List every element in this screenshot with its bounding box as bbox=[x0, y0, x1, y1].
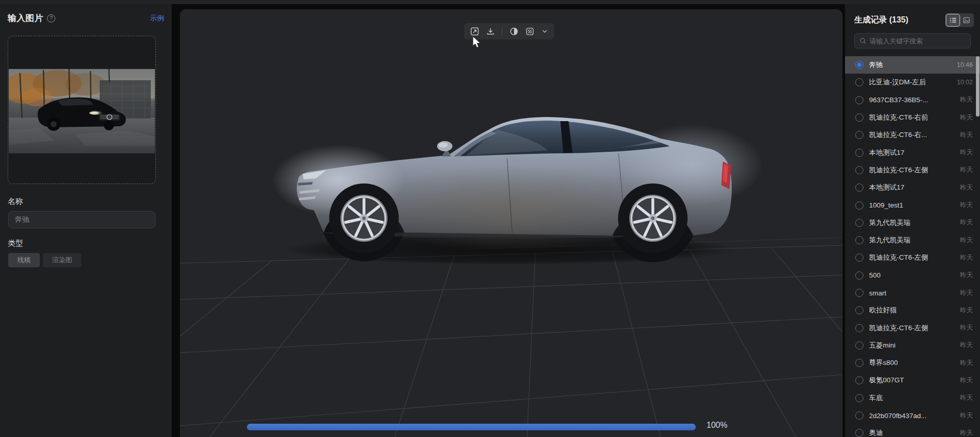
radio-selected[interactable] bbox=[855, 61, 863, 69]
record-row[interactable]: 五菱mini昨天 bbox=[845, 337, 980, 354]
view-toggle bbox=[945, 13, 974, 27]
image-upload-dropzone[interactable] bbox=[8, 36, 156, 184]
record-time: 昨天 bbox=[956, 218, 973, 227]
record-time: 昨天 bbox=[956, 236, 973, 245]
radio-unselected[interactable] bbox=[855, 183, 863, 192]
radio-unselected[interactable] bbox=[855, 289, 863, 297]
radio-unselected[interactable] bbox=[855, 341, 863, 350]
record-name: 1009_test1 bbox=[869, 201, 903, 209]
record-name: 比亚迪-汉DM-左后 bbox=[869, 78, 926, 87]
radio-unselected[interactable] bbox=[855, 96, 863, 104]
radio-unselected[interactable] bbox=[855, 78, 863, 86]
record-row[interactable]: 凯迪拉克-CT6-左侧昨天 bbox=[845, 162, 980, 179]
record-row[interactable]: 500昨天 bbox=[845, 267, 980, 284]
record-row[interactable]: 2d2b070fb437ad...昨天 bbox=[845, 407, 980, 424]
input-image-preview bbox=[9, 69, 155, 153]
download-icon[interactable] bbox=[486, 27, 495, 36]
rear-wheel bbox=[618, 183, 688, 253]
radio-unselected[interactable] bbox=[855, 376, 863, 384]
record-time: 10:02 bbox=[953, 79, 973, 86]
type-option-sketch[interactable]: 线稿 bbox=[8, 253, 40, 267]
record-time: 昨天 bbox=[956, 271, 973, 280]
radio-unselected[interactable] bbox=[855, 271, 863, 280]
record-time: 昨天 bbox=[956, 96, 973, 104]
search-icon bbox=[859, 37, 867, 44]
radio-unselected[interactable] bbox=[855, 236, 863, 244]
car-3d-model-scene bbox=[180, 9, 842, 437]
contrast-icon[interactable] bbox=[510, 27, 518, 36]
record-name: 尊界s800 bbox=[869, 358, 898, 367]
name-input[interactable] bbox=[8, 211, 155, 228]
radio-unselected[interactable] bbox=[855, 113, 863, 122]
record-row[interactable]: 第九代凯美瑞昨天 bbox=[845, 214, 980, 232]
record-row[interactable]: 奔驰10:46 bbox=[845, 56, 980, 74]
radio-unselected[interactable] bbox=[855, 219, 863, 227]
help-icon[interactable]: ? bbox=[47, 14, 55, 22]
radio-unselected[interactable] bbox=[855, 131, 863, 139]
radio-unselected[interactable] bbox=[855, 359, 863, 367]
radio-unselected[interactable] bbox=[855, 411, 863, 420]
record-row[interactable]: 欧拉好猫昨天 bbox=[845, 302, 980, 319]
record-row[interactable]: 极氪007GT昨天 bbox=[845, 372, 980, 389]
record-time: 昨天 bbox=[956, 324, 973, 332]
record-row[interactable]: 奥迪昨天 bbox=[845, 424, 980, 437]
record-name: 第九代凯美瑞 bbox=[869, 218, 910, 227]
record-name: 2d2b070fb437ad... bbox=[869, 412, 927, 420]
material-icon[interactable] bbox=[526, 27, 534, 36]
car-model bbox=[272, 117, 763, 262]
record-name: 奔驰 bbox=[869, 60, 883, 70]
record-time: 昨天 bbox=[956, 394, 973, 402]
record-row[interactable]: 凯迪拉克-CT6-右...昨天 bbox=[845, 126, 980, 144]
type-options: 线稿 渲染图 bbox=[8, 253, 81, 267]
list-view-icon[interactable] bbox=[946, 14, 960, 26]
radio-unselected[interactable] bbox=[855, 166, 863, 174]
search-input[interactable] bbox=[870, 37, 962, 45]
radio-unselected[interactable] bbox=[855, 254, 863, 262]
record-row[interactable]: smart昨天 bbox=[845, 284, 980, 302]
radio-unselected[interactable] bbox=[855, 149, 863, 157]
radio-unselected[interactable] bbox=[855, 394, 863, 402]
record-search-box[interactable] bbox=[854, 33, 971, 49]
record-row[interactable]: 凯迪拉克-CT6-左侧昨天 bbox=[845, 319, 980, 336]
record-name: 极氪007GT bbox=[869, 376, 904, 385]
toolbar-divider bbox=[502, 28, 503, 35]
record-row[interactable]: 凯迪拉克-CT6-右前昨天 bbox=[845, 109, 980, 126]
record-row[interactable]: 本地测试17昨天 bbox=[845, 144, 980, 161]
record-row[interactable]: 凯迪拉克-CT6-左侧昨天 bbox=[845, 249, 980, 266]
records-title: 生成记录 (135) bbox=[854, 15, 908, 26]
record-name: 本地测试17 bbox=[869, 183, 904, 192]
chevron-down-icon[interactable] bbox=[541, 27, 548, 36]
front-wheel bbox=[329, 183, 399, 253]
radio-unselected[interactable] bbox=[855, 201, 863, 210]
scrollbar-thumb[interactable] bbox=[976, 56, 979, 117]
type-label: 类型 bbox=[8, 239, 23, 248]
record-name: 凯迪拉克-CT6-左侧 bbox=[869, 253, 928, 262]
image-view-icon[interactable] bbox=[960, 14, 973, 26]
progress-percent: 100% bbox=[706, 421, 727, 430]
record-time: 昨天 bbox=[956, 183, 973, 192]
record-list: 奔驰10:46比亚迪-汉DM-左后10:029637CB37-36B5-...昨… bbox=[845, 56, 980, 437]
name-label: 名称 bbox=[8, 197, 23, 206]
fullscreen-icon[interactable] bbox=[470, 27, 479, 36]
record-row[interactable]: 本地测试17昨天 bbox=[845, 179, 980, 196]
record-row[interactable]: 车底昨天 bbox=[845, 389, 980, 407]
radio-unselected[interactable] bbox=[855, 324, 863, 332]
window-top-edge bbox=[0, 0, 980, 4]
record-name: 车底 bbox=[869, 394, 883, 403]
record-row[interactable]: 1009_test1昨天 bbox=[845, 196, 980, 214]
loading-progress-bar bbox=[247, 424, 696, 430]
record-row[interactable]: 第九代凯美瑞昨天 bbox=[845, 232, 980, 249]
record-row[interactable]: 比亚迪-汉DM-左后10:02 bbox=[845, 74, 980, 91]
record-time: 昨天 bbox=[956, 113, 973, 122]
example-link[interactable]: 示例 bbox=[150, 14, 164, 23]
3d-viewport[interactable]: 100% bbox=[180, 9, 842, 437]
type-option-render[interactable]: 渲染图 bbox=[43, 253, 81, 267]
radio-unselected[interactable] bbox=[855, 306, 863, 314]
input-image-title: 输入图片 bbox=[8, 12, 43, 24]
record-name: 凯迪拉克-CT6-左侧 bbox=[869, 324, 928, 333]
record-row[interactable]: 9637CB37-36B5-...昨天 bbox=[845, 91, 980, 109]
record-row[interactable]: 尊界s800昨天 bbox=[845, 354, 980, 372]
record-name: 奥迪 bbox=[869, 428, 883, 437]
radio-unselected[interactable] bbox=[855, 429, 863, 437]
mouse-cursor bbox=[472, 36, 483, 49]
